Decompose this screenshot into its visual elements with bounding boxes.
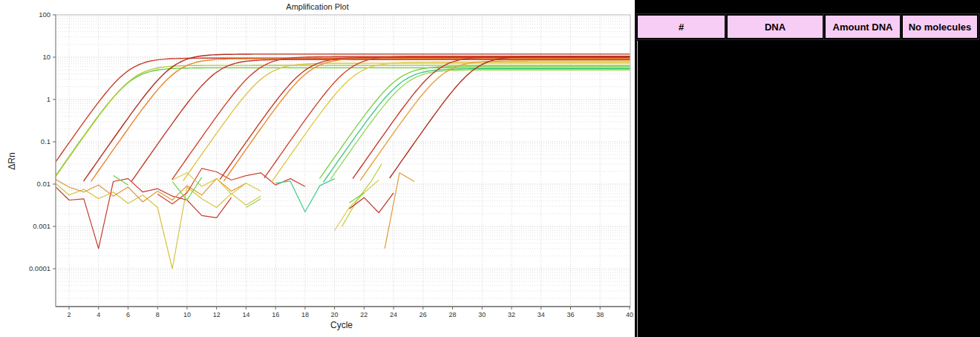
x-tick-label: 4 (97, 311, 100, 318)
header-cell-no-molecules[interactable]: No molecules (901, 14, 979, 39)
x-tick-label: 2 (67, 311, 71, 318)
x-tick-label: 20 (331, 311, 339, 318)
x-tick-label: 30 (478, 311, 486, 318)
y-axis-label: ΔRn (7, 139, 17, 183)
header-cell-dna[interactable]: DNA (726, 14, 824, 39)
x-tick-label: 26 (419, 311, 427, 318)
x-tick-label: 24 (390, 311, 397, 318)
x-tick-label: 14 (242, 311, 249, 318)
x-tick-label: 6 (126, 311, 130, 318)
x-tick-label: 34 (538, 311, 545, 318)
header-cell-number[interactable]: # (636, 14, 726, 39)
table-header-row: # DNA Amount DNA No molecules (636, 14, 979, 39)
x-tick-label: 38 (596, 311, 604, 318)
screenshot-stage: Amplification Plot 1001010.10.010.0010.0… (0, 0, 980, 337)
header-cell-amount-dna[interactable]: Amount DNA (824, 14, 901, 39)
x-tick-label: 36 (567, 311, 575, 318)
amplification-plot-canvas: 1001010.10.010.0010.00012468101214161820… (0, 0, 635, 337)
x-tick-label: 8 (156, 311, 160, 318)
x-tick-label: 28 (449, 311, 457, 318)
y-tick-label: 10 (42, 53, 50, 61)
side-panel: # DNA Amount DNA No molecules (635, 0, 980, 337)
x-axis-label: Cycle (0, 320, 683, 330)
y-tick-label: 1 (47, 95, 50, 103)
amplification-chart-panel: Amplification Plot 1001010.10.010.0010.0… (0, 0, 635, 337)
x-tick-label: 22 (360, 311, 368, 318)
table-left-edge-line (637, 41, 638, 337)
y-tick-label: 0.001 (33, 222, 50, 230)
y-tick-label: 0.0001 (29, 264, 50, 272)
y-tick-label: 100 (39, 10, 50, 19)
x-tick-label: 10 (183, 311, 191, 318)
x-tick-label: 12 (213, 311, 220, 318)
x-tick-label: 16 (272, 311, 279, 318)
x-tick-label: 18 (301, 311, 309, 318)
y-tick-label: 0.01 (37, 180, 51, 188)
x-tick-label: 32 (508, 311, 515, 318)
x-tick-label: 40 (626, 311, 633, 318)
y-tick-label: 0.1 (41, 137, 50, 145)
